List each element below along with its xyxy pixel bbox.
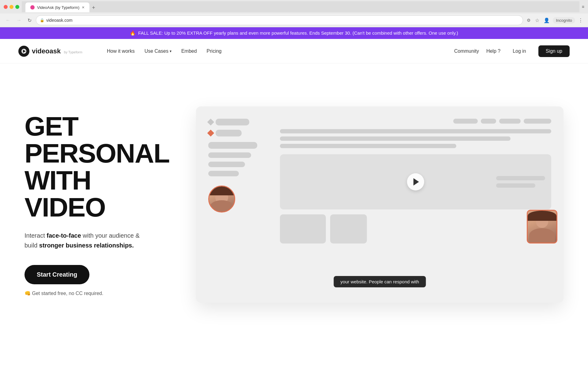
mockup-right-panel — [280, 119, 551, 243]
browser-titlebar: VideoAsk (by Typeform) ✕ + ≡ — [0, 0, 588, 13]
skeleton-bar-6 — [208, 171, 239, 176]
ui-mockup: your website. People can respond with — [196, 106, 564, 303]
mockup-top-skeletons — [280, 119, 551, 124]
video-player[interactable] — [280, 154, 551, 209]
thumbnail-card-1 — [280, 214, 326, 243]
browser-tab-bar: VideoAsk (by Typeform) ✕ + — [22, 1, 579, 12]
skeleton-top-4 — [524, 119, 551, 124]
url-display: videoask.com — [46, 18, 519, 23]
logo-text-area: videoask by Typeform — [32, 47, 82, 55]
play-triangle-icon — [413, 178, 419, 186]
tab-title: VideoAsk (by Typeform) — [37, 5, 79, 10]
logo-link[interactable]: videoask by Typeform — [18, 46, 82, 57]
hero-section: GET PERSONAL WITH VIDEO Interact face-to… — [0, 63, 588, 339]
security-lock-icon: 🔒 — [40, 18, 44, 22]
tab-close-button[interactable]: ✕ — [82, 6, 85, 10]
player-line-2 — [496, 183, 535, 188]
thumbnail-card-2 — [330, 214, 367, 243]
logo-wordmark: videoask — [32, 47, 61, 55]
diamond-icon-1 — [207, 119, 214, 126]
profile-button[interactable]: 👤 — [542, 16, 551, 25]
bookmark-button[interactable]: ☆ — [534, 16, 541, 25]
hero-heading-line1: GET — [24, 111, 78, 141]
nav-right: Community Help ? Log in Sign up — [454, 45, 570, 57]
fire-emoji: 🔥 — [130, 30, 136, 36]
skeleton-bar-4 — [208, 152, 251, 158]
hero-heading-line3: WITH VIDEO — [24, 165, 105, 222]
browser-toolbar-right: ⚙ ☆ 👤 Incognito ⋮ — [526, 16, 584, 25]
skeleton-top-1 — [453, 119, 478, 124]
browser-chrome: VideoAsk (by Typeform) ✕ + ≡ ← → ↻ 🔒 vid… — [0, 0, 588, 27]
skeleton-top-3 — [499, 119, 521, 124]
mockup-layout — [208, 119, 551, 243]
close-window-button[interactable] — [4, 5, 8, 9]
browser-toolbar: ← → ↻ 🔒 videoask.com ⚙ ☆ 👤 Incognito ⋮ — [0, 13, 588, 27]
content-line-3 — [280, 144, 456, 148]
logo-icon — [18, 46, 29, 57]
skeleton-bar-5 — [208, 162, 245, 167]
hero-heading-line2: PERSONAL — [24, 138, 169, 168]
new-tab-button[interactable]: + — [91, 3, 96, 12]
nav-use-cases[interactable]: Use Cases — [145, 48, 172, 54]
mockup-row-2 — [208, 130, 273, 136]
start-creating-button[interactable]: Start Creating — [24, 265, 89, 284]
hero-mockup-area: your website. People can respond with — [196, 106, 564, 303]
hero-content-left: GET PERSONAL WITH VIDEO Interact face-to… — [24, 113, 172, 296]
hero-note: 👊 Get started free, no CC required. — [24, 290, 172, 296]
skeleton-bar-1 — [216, 119, 249, 125]
note-text: Get started free, no CC required. — [32, 291, 103, 296]
hero-subtext: Interact face-to-face with your audience… — [24, 231, 153, 250]
nav-help[interactable]: Help ? — [486, 48, 500, 54]
skeleton-bar-3 — [208, 142, 257, 149]
diamond-icon-orange — [207, 130, 214, 137]
main-nav: How it works Use Cases Embed Pricing — [107, 48, 454, 54]
tab-favicon — [30, 5, 35, 10]
extensions-button[interactable]: ⚙ — [526, 17, 532, 24]
page-content: 🔥 FALL SALE: Up to 20% EXTRA OFF yearly … — [0, 27, 588, 339]
active-browser-tab[interactable]: VideoAsk (by Typeform) ✕ — [25, 2, 89, 12]
hero-heading: GET PERSONAL WITH VIDEO — [24, 113, 172, 221]
nav-how-it-works[interactable]: How it works — [107, 48, 135, 54]
announcement-banner: 🔥 FALL SALE: Up to 20% EXTRA OFF yearly … — [0, 27, 588, 39]
nav-embed[interactable]: Embed — [181, 48, 197, 54]
login-button[interactable]: Log in — [508, 46, 531, 56]
site-header: videoask by Typeform How it works Use Ca… — [0, 39, 588, 63]
announcement-text: FALL SALE: Up to 20% EXTRA OFF yearly pl… — [138, 30, 458, 36]
back-button[interactable]: ← — [4, 16, 12, 24]
skeleton-bar-2 — [216, 130, 242, 136]
mockup-left-panel — [208, 119, 273, 243]
browser-menu-button[interactable]: ≡ — [582, 4, 584, 9]
signup-button[interactable]: Sign up — [538, 45, 570, 57]
user-avatar — [208, 186, 235, 213]
forward-button[interactable]: → — [15, 16, 23, 24]
hero-subtext-bold2: stronger business relationships. — [39, 242, 134, 249]
logo-by-typeform: by Typeform — [64, 50, 82, 54]
note-emoji: 👊 — [24, 291, 31, 296]
address-bar[interactable]: 🔒 videoask.com — [36, 15, 523, 25]
minimize-window-button[interactable] — [9, 5, 13, 9]
mockup-content-lines — [280, 129, 551, 148]
mockup-row-1 — [208, 119, 273, 125]
window-controls-right: ≡ — [582, 4, 584, 9]
nav-community[interactable]: Community — [454, 48, 479, 54]
browser-traffic-lights — [4, 5, 19, 9]
nav-pricing[interactable]: Pricing — [207, 48, 222, 54]
browser-menu-dots[interactable]: ⋮ — [577, 16, 584, 25]
skeleton-top-2 — [481, 119, 496, 124]
play-button[interactable] — [407, 173, 424, 190]
refresh-button[interactable]: ↻ — [26, 16, 33, 25]
hero-subtext-before: Interact — [24, 232, 47, 239]
content-line-1 — [280, 129, 551, 133]
content-line-2 — [280, 136, 511, 141]
floating-avatar-card — [527, 210, 557, 243]
bottom-thumbnails — [280, 214, 551, 243]
subtitle-bar: your website. People can respond with — [334, 276, 426, 287]
maximize-window-button[interactable] — [15, 5, 19, 9]
player-line-1 — [496, 176, 545, 180]
player-text-area — [496, 176, 545, 188]
hero-subtext-bold1: face-to-face — [47, 232, 81, 239]
incognito-label: Incognito — [553, 17, 575, 24]
